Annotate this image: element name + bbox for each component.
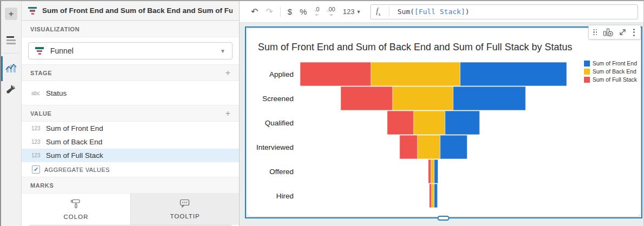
funnel-row: Interviewed <box>247 135 640 159</box>
section-stage: STAGE + <box>22 64 239 81</box>
funnel-segment[interactable] <box>434 184 437 208</box>
paint-roller-icon <box>70 199 82 211</box>
visualization-body: Funnel ▼ <box>22 37 239 64</box>
left-arrow-icon: ← <box>315 12 320 17</box>
stage-field-name: Status <box>46 89 67 97</box>
funnel-row: Screened <box>247 87 640 111</box>
value-field-name: Sum of Full Stack <box>46 151 103 159</box>
report-title: Sum of Front End and Sum of Back End and… <box>42 6 233 15</box>
drag-handle-icon[interactable] <box>593 29 597 36</box>
resize-handle[interactable] <box>437 216 449 221</box>
chart-type-select[interactable]: Funnel ▼ <box>28 42 233 59</box>
legend-item[interactable]: Sum of Full Stack <box>584 76 637 83</box>
tab-tooltip[interactable]: TOOLTIP <box>130 194 239 225</box>
chart-widget[interactable]: Sum of Front End and Sum of Back End and… <box>247 29 640 216</box>
visualization-label: VISUALIZATION <box>30 26 79 32</box>
add-stage-button[interactable]: + <box>225 69 230 77</box>
funnel-segment[interactable] <box>300 62 371 86</box>
funnel-segment[interactable] <box>453 87 526 110</box>
value-field-row[interactable]: 123 Sum of Front End <box>22 122 239 135</box>
value-field-name: Sum of Front End <box>46 124 103 132</box>
report-canvas: Sum of Front End and Sum of Back End and… <box>240 23 643 226</box>
legend: Sum of Front EndSum of Back EndSum of Fu… <box>584 60 637 83</box>
format-toolbar: ↶ ↷ $ % .0 ← .00 → 123 ▼ fx Sum([Full St… <box>240 1 643 23</box>
aggregate-values-checkbox[interactable]: ✓ <box>32 165 40 174</box>
section-visualization: VISUALIZATION <box>22 21 239 37</box>
funnel-segment[interactable] <box>393 87 453 110</box>
funnel-segment[interactable] <box>460 62 567 86</box>
funnel-segment[interactable] <box>371 62 460 86</box>
aggregate-values-row: ✓ AGGREGATE VALUES <box>22 162 239 177</box>
expand-icon[interactable] <box>619 28 627 36</box>
value-field-row-selected[interactable]: 123 Sum of Full Stack <box>22 149 239 162</box>
value-field-row[interactable]: 123 Sum of Back End <box>22 135 239 149</box>
category-label: Applied <box>247 62 294 86</box>
legend-swatch <box>584 69 590 75</box>
value-field-name: Sum of Back End <box>46 138 102 146</box>
formula-divider <box>389 7 389 17</box>
add-chart-icon[interactable] <box>603 28 613 37</box>
chart-title: Sum of Front End and Sum of Back End and… <box>258 42 572 53</box>
funnel-segment[interactable] <box>387 111 414 135</box>
legend-item[interactable]: Sum of Front End <box>584 60 637 67</box>
add-value-button[interactable]: + <box>225 109 230 118</box>
formula-text[interactable]: Sum([Full Stack]) <box>397 8 469 16</box>
funnel-segment[interactable] <box>434 159 438 183</box>
decrease-decimal-button[interactable]: .0 ← <box>311 6 323 17</box>
legend-label: Sum of Back End <box>593 68 636 75</box>
charts-panel-icon[interactable] <box>5 62 17 76</box>
undo-icon[interactable]: ↶ <box>247 8 262 16</box>
funnel-segment[interactable] <box>417 135 440 159</box>
formula-close: ) <box>465 8 469 16</box>
funnel-bar <box>428 159 438 183</box>
funnel-bar <box>429 184 437 208</box>
add-icon[interactable]: + <box>5 8 17 20</box>
category-label: Qualified <box>247 111 294 135</box>
more-options-icon[interactable] <box>632 29 636 36</box>
funnel-row: Offered <box>247 159 640 184</box>
funnel-segment[interactable] <box>445 111 480 135</box>
funnel-plot: AppliedScreenedQualifiedInterviewedOffer… <box>247 62 640 208</box>
tooltip-icon <box>180 199 190 210</box>
tab-tooltip-label: TOOLTIP <box>170 213 200 220</box>
formula-bar[interactable]: fx Sum([Full Stack]) <box>370 4 638 19</box>
format-brush-icon[interactable] <box>6 84 17 98</box>
funnel-segment[interactable] <box>414 111 445 135</box>
redo-icon[interactable]: ↷ <box>262 8 276 16</box>
number-format-dropdown[interactable]: 123 ▼ <box>339 8 365 16</box>
legend-label: Sum of Front End <box>593 60 637 67</box>
funnel-bar <box>387 111 480 135</box>
left-rail: + <box>1 1 22 226</box>
list-menu-icon[interactable] <box>6 36 16 46</box>
formula-field: [Full Stack] <box>414 8 465 16</box>
stage-label: STAGE <box>30 70 52 76</box>
chevron-down-icon: ▼ <box>220 48 225 54</box>
category-label: Hired <box>247 184 294 208</box>
funnel-segment[interactable] <box>400 135 417 159</box>
funnel-segment[interactable] <box>341 87 393 110</box>
legend-swatch <box>584 61 590 67</box>
settings-sidebar: Sum of Front End and Sum of Back End and… <box>22 1 240 226</box>
funnel-chart-icon <box>28 7 37 15</box>
report-header: Sum of Front End and Sum of Back End and… <box>22 1 239 21</box>
widget-toolbar <box>588 25 641 39</box>
rail-divider <box>3 53 19 54</box>
marks-tabs: COLOR TOOLTIP <box>22 194 239 225</box>
funnel-segment[interactable] <box>440 135 467 159</box>
chart-type-value: Funnel <box>50 46 74 55</box>
legend-item[interactable]: Sum of Back End <box>584 68 637 75</box>
increase-decimal-button[interactable]: .00 → <box>323 6 339 17</box>
category-label: Interviewed <box>247 135 294 159</box>
currency-format-button[interactable]: $ <box>284 8 296 16</box>
chevron-down-icon: ▼ <box>356 9 361 15</box>
toolbar-divider <box>280 7 281 17</box>
field-type-number-icon: 123 <box>31 125 46 131</box>
right-arrow-icon: → <box>329 12 334 17</box>
stage-field-row[interactable]: abc Status <box>22 81 239 105</box>
fx-icon: fx <box>376 7 381 17</box>
funnel-row: Applied <box>247 62 640 87</box>
percent-format-button[interactable]: % <box>296 8 310 16</box>
app-window: + Sum of Front End and Sum of Back End a… <box>0 0 644 226</box>
field-type-number-icon: 123 <box>31 152 46 158</box>
tab-color[interactable]: COLOR <box>22 194 130 225</box>
